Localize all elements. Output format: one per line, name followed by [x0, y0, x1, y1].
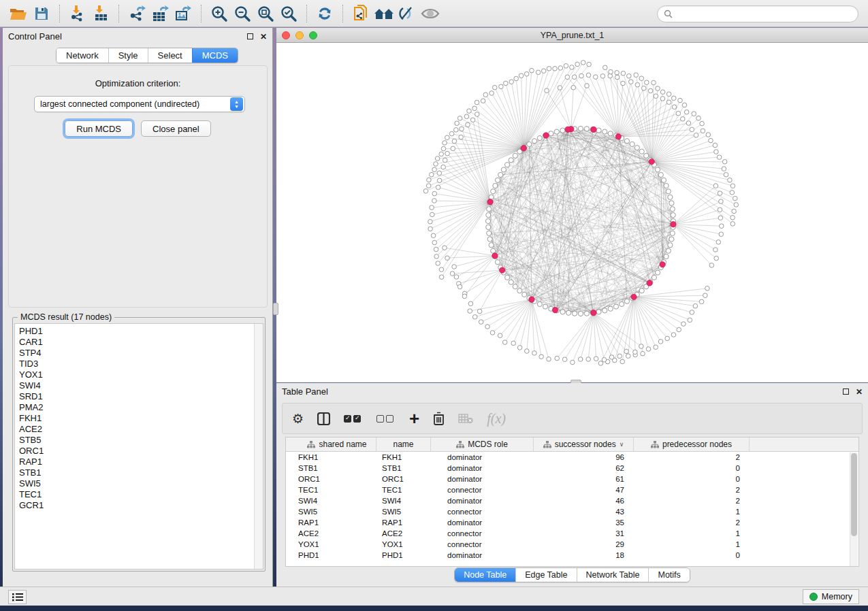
table-panel-titlebar: Table Panel ✕: [276, 383, 868, 400]
delete-table-icon[interactable]: [458, 413, 473, 424]
memory-button[interactable]: Memory: [803, 589, 859, 604]
column-predecessor-nodes[interactable]: predecessor nodes: [634, 437, 750, 451]
tab-select[interactable]: Select: [148, 48, 192, 63]
table-row[interactable]: SWI5 SWI5 connector 43 1: [286, 506, 858, 517]
table-row[interactable]: FKH1 FKH1 dominator 96 2: [286, 452, 858, 463]
network-window: YPA_prune.txt_1: [276, 28, 868, 382]
mcds-result-item[interactable]: ORC1: [19, 446, 263, 457]
network-graph[interactable]: [276, 43, 868, 382]
open-session-icon[interactable]: [349, 3, 372, 24]
tab-node-table[interactable]: Node Table: [455, 568, 515, 582]
criterion-value: largest connected component (undirected): [35, 99, 230, 109]
mcds-result-item[interactable]: FKH1: [19, 413, 263, 424]
mcds-result-item[interactable]: TID3: [19, 359, 263, 369]
zoom-in-icon[interactable]: [208, 3, 231, 24]
mcds-result-item[interactable]: PMA2: [19, 402, 263, 413]
zoom-selected-icon[interactable]: [277, 3, 300, 24]
criterion-dropdown[interactable]: largest connected component (undirected)…: [34, 96, 245, 112]
column-successor-nodes[interactable]: successor nodes ∨: [534, 437, 634, 451]
tab-network-table[interactable]: Network Table: [577, 568, 649, 582]
mcds-result-title: MCDS result (17 nodes): [18, 312, 114, 322]
run-mcds-button[interactable]: Run MCDS: [65, 120, 133, 137]
dev-panel-button[interactable]: [8, 590, 27, 604]
table-settings-icon[interactable]: ⚙: [292, 411, 304, 427]
hide-glasses-icon[interactable]: [396, 3, 419, 24]
dropdown-stepper-icon: ▲▼: [230, 97, 243, 111]
table-row[interactable]: RAP1 RAP1 dominator 35 2: [286, 517, 858, 528]
home-icon[interactable]: [372, 3, 396, 24]
mcds-result-item[interactable]: ACE2: [19, 424, 263, 435]
table-header: shared name name MCDS role successor nod…: [286, 437, 858, 452]
column-shared-name[interactable]: shared name: [286, 437, 376, 451]
open-folder-icon[interactable]: [7, 3, 30, 24]
mcds-result-item[interactable]: STB1: [19, 467, 263, 478]
show-eye-icon[interactable]: [419, 3, 442, 24]
table-row[interactable]: ACE2 ACE2 connector 31 1: [286, 528, 858, 539]
search-field[interactable]: [657, 5, 858, 22]
import-table-icon[interactable]: [89, 3, 112, 24]
table-row[interactable]: PHD1 PHD1 dominator 18 0: [286, 550, 858, 561]
float-panel-icon[interactable]: [247, 33, 253, 41]
mcds-result-item[interactable]: RAP1: [19, 457, 263, 467]
mcds-result-item[interactable]: TEC1: [19, 489, 263, 500]
save-session-icon[interactable]: [30, 3, 53, 24]
deselect-all-icon[interactable]: [376, 415, 396, 423]
hierarchy-icon: [651, 441, 659, 448]
table-panel: Table Panel ✕ ⚙ + f(x) shared name name: [276, 383, 868, 587]
mcds-result-item[interactable]: YOX1: [19, 369, 263, 380]
delete-rows-icon[interactable]: [433, 412, 445, 425]
table-scrollbar-thumb[interactable]: [851, 453, 857, 536]
add-row-icon[interactable]: +: [409, 412, 419, 425]
status-bar: Memory: [0, 587, 868, 606]
mcds-result-item[interactable]: CAR1: [19, 337, 263, 348]
table-scrollbar[interactable]: [850, 452, 858, 567]
table-row[interactable]: ORC1 ORC1 dominator 61 0: [286, 474, 858, 484]
node-table[interactable]: shared name name MCDS role successor nod…: [285, 437, 859, 567]
search-input[interactable]: [676, 10, 852, 19]
table-toolbar: ⚙ + f(x): [282, 403, 863, 434]
mcds-result-item[interactable]: STB5: [19, 435, 263, 446]
mcds-result-item[interactable]: GCR1: [19, 500, 263, 511]
export-image-icon[interactable]: [172, 3, 195, 24]
list-scrollbar[interactable]: [254, 324, 263, 569]
network-titlebar[interactable]: YPA_prune.txt_1: [276, 28, 868, 43]
tab-mcds[interactable]: MCDS: [192, 48, 238, 63]
table-row[interactable]: TEC1 TEC1 connector 47 2: [286, 484, 858, 495]
tab-motifs[interactable]: Motifs: [648, 568, 689, 582]
mcds-result-item[interactable]: SWI5: [19, 478, 263, 489]
mcds-result-item[interactable]: SWI4: [19, 380, 263, 391]
column-mcds-role[interactable]: MCDS role: [431, 437, 534, 451]
network-canvas[interactable]: [276, 43, 868, 382]
tab-network[interactable]: Network: [57, 48, 108, 63]
network-window-title: YPA_prune.txt_1: [276, 31, 868, 40]
memory-status-icon: [809, 593, 818, 601]
float-table-panel-icon[interactable]: [843, 388, 849, 396]
function-builder-icon[interactable]: f(x): [487, 411, 506, 427]
zoom-fit-icon[interactable]: [254, 3, 277, 24]
import-network-icon[interactable]: [66, 3, 89, 24]
zoom-out-icon[interactable]: [231, 3, 254, 24]
mcds-result-item[interactable]: PHD1: [19, 326, 263, 337]
column-name[interactable]: name: [376, 437, 431, 451]
vertical-splitter-grip[interactable]: [273, 303, 278, 315]
mcds-result-item[interactable]: SRD1: [19, 391, 263, 402]
close-table-panel-icon[interactable]: ✕: [856, 388, 863, 396]
table-row[interactable]: STB1 STB1 dominator 62 0: [286, 463, 858, 474]
mcds-result-list[interactable]: PHD1CAR1STP4TID3YOX1SWI4SRD1PMA2FKH1ACE2…: [14, 323, 263, 569]
table-row[interactable]: YOX1 YOX1 connector 29 1: [286, 539, 858, 550]
close-panel-icon[interactable]: ✕: [260, 33, 267, 41]
toolbar-separator: [201, 5, 202, 22]
refresh-icon[interactable]: [313, 3, 336, 24]
close-panel-button[interactable]: Close panel: [141, 120, 211, 137]
select-all-icon[interactable]: [344, 415, 363, 423]
hierarchy-icon: [543, 441, 551, 448]
split-view-icon[interactable]: [317, 412, 330, 425]
table-tabs: Node Table Edge Table Network Table Moti…: [454, 567, 690, 582]
hierarchy-icon: [307, 441, 315, 448]
tab-edge-table[interactable]: Edge Table: [515, 568, 576, 582]
mcds-result-item[interactable]: STP4: [19, 348, 263, 359]
table-row[interactable]: SWI4 SWI4 dominator 46 2: [286, 495, 858, 506]
export-table-icon[interactable]: [148, 3, 172, 24]
export-network-icon[interactable]: [125, 3, 148, 24]
tab-style[interactable]: Style: [108, 48, 148, 63]
